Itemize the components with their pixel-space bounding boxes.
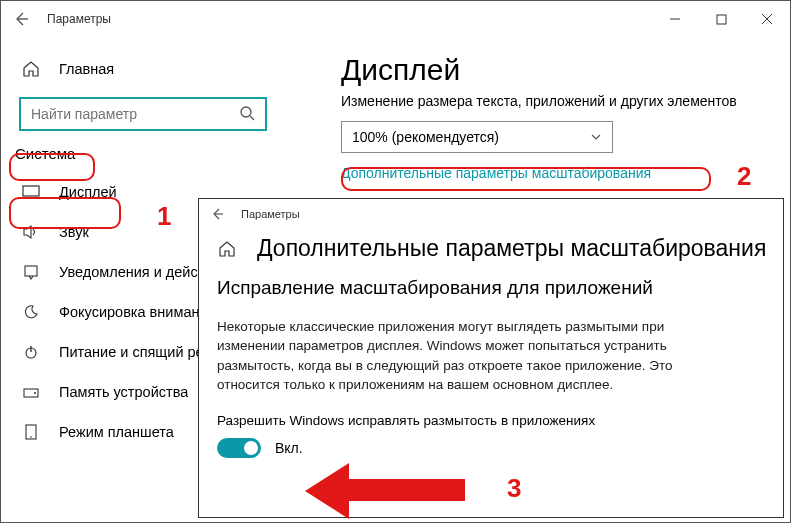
dialog-heading: Дополнительные параметры масштабирования (257, 235, 766, 262)
fix-blur-toggle[interactable] (217, 438, 261, 458)
page-title: Дисплей (341, 53, 778, 87)
scale-dropdown-value: 100% (рекомендуется) (352, 129, 499, 145)
sidebar-home[interactable]: Главная (1, 49, 301, 89)
maximize-button[interactable] (698, 1, 744, 37)
toggle-caption: Разрешить Windows исправлять размытость … (217, 413, 765, 428)
advanced-scaling-dialog: Параметры Дополнительные параметры масшт… (198, 198, 784, 518)
svg-point-1 (241, 107, 251, 117)
window-controls (652, 1, 790, 37)
search-container (19, 97, 283, 131)
display-icon (21, 182, 41, 202)
svg-point-8 (30, 436, 32, 438)
dialog-body: Дополнительные параметры масштабирования… (199, 229, 783, 458)
arrow-left-icon (210, 207, 224, 221)
minimize-button[interactable] (652, 1, 698, 37)
window-title: Параметры (47, 12, 111, 26)
sidebar-home-label: Главная (59, 61, 114, 77)
close-icon (761, 13, 773, 25)
sidebar-category: Система (15, 145, 301, 162)
moon-icon (21, 302, 41, 322)
back-button[interactable] (1, 1, 41, 37)
storage-icon (21, 382, 41, 402)
dialog-titlebar: Параметры (199, 199, 783, 229)
titlebar: Параметры (1, 1, 790, 37)
tablet-icon (21, 422, 41, 442)
scale-section-label: Изменение размера текста, приложений и д… (341, 93, 778, 109)
search-icon (239, 105, 255, 121)
speaker-icon (21, 222, 41, 242)
home-icon[interactable] (217, 239, 237, 259)
dialog-subheading: Исправление масштабирования для приложен… (217, 276, 765, 301)
chevron-down-icon (590, 131, 602, 143)
svg-rect-0 (717, 15, 726, 24)
dialog-title: Параметры (241, 208, 300, 220)
scale-dropdown[interactable]: 100% (рекомендуется) (341, 121, 613, 153)
arrow-left-icon (13, 11, 29, 27)
dialog-back-button[interactable] (209, 206, 225, 222)
maximize-icon (716, 14, 727, 25)
close-button[interactable] (744, 1, 790, 37)
content: Дисплей Изменение размера текста, прилож… (341, 53, 778, 181)
dialog-body-text: Некоторые классические приложения могут … (217, 317, 677, 395)
svg-rect-3 (25, 266, 37, 276)
svg-point-6 (34, 392, 36, 394)
sidebar-item-label: Фокусировка внимания (59, 304, 215, 320)
sidebar-item-label: Память устройства (59, 384, 188, 400)
advanced-scaling-link[interactable]: Дополнительные параметры масштабирования (341, 165, 778, 181)
toggle-state-label: Вкл. (275, 440, 303, 456)
settings-window: Параметры Главная Система (0, 0, 791, 523)
sidebar-item-label: Режим планшета (59, 424, 174, 440)
dialog-heading-row: Дополнительные параметры масштабирования (217, 235, 765, 262)
sidebar-item-label: Звук (59, 224, 89, 240)
sidebar-item-label: Дисплей (59, 184, 117, 200)
search-input[interactable] (19, 97, 267, 131)
toggle-control: Вкл. (217, 438, 765, 458)
notification-icon (21, 262, 41, 282)
svg-rect-2 (23, 186, 39, 196)
home-icon (21, 59, 41, 79)
minimize-icon (669, 13, 681, 25)
power-icon (21, 342, 41, 362)
